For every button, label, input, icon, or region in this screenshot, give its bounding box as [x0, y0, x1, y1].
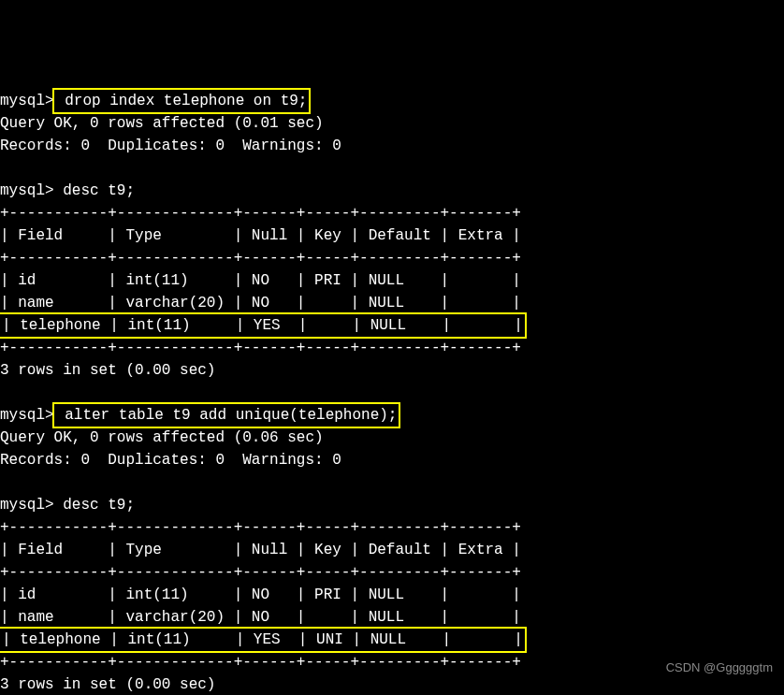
- table-row-telephone-uni: | telephone | int(11) | YES | UNI | NULL…: [0, 627, 527, 653]
- table-header: | Field | Type | Null | Key | Default | …: [0, 227, 521, 244]
- records-result: Records: 0 Duplicates: 0 Warnings: 0: [0, 138, 341, 154]
- table-row: | id | int(11) | NO | PRI | NULL | |: [0, 272, 521, 289]
- command-desc: desc t9;: [54, 497, 135, 514]
- rows-result: 3 rows in set (0.00 sec): [0, 362, 215, 379]
- query-result: Query OK, 0 rows affected (0.01 sec): [0, 115, 324, 132]
- prompt: mysql>: [0, 497, 54, 514]
- table-border: +-----------+-------------+------+-----+…: [0, 250, 521, 267]
- table-border: +-----------+-------------+------+-----+…: [0, 564, 521, 581]
- prompt: mysql>: [0, 407, 54, 424]
- command-drop-index: drop index telephone on t9;: [52, 88, 312, 114]
- table-row: | name | varchar(20) | NO | | NULL | |: [0, 609, 521, 626]
- command-alter-table: alter table t9 add unique(telephone);: [52, 402, 401, 428]
- table-row: | id | int(11) | NO | PRI | NULL | |: [0, 586, 521, 603]
- prompt: mysql>: [0, 182, 54, 199]
- table-border: +-----------+-------------+------+-----+…: [0, 519, 521, 536]
- query-result: Query OK, 0 rows affected (0.06 sec): [0, 429, 324, 446]
- table-border: +-----------+-------------+------+-----+…: [0, 205, 521, 222]
- table-border: +-----------+-------------+------+-----+…: [0, 340, 521, 356]
- command-desc: desc t9;: [54, 182, 135, 199]
- records-result: Records: 0 Duplicates: 0 Warnings: 0: [0, 452, 341, 469]
- table-header: | Field | Type | Null | Key | Default | …: [0, 542, 521, 558]
- rows-result: 3 rows in set (0.00 sec): [0, 676, 215, 693]
- table-row-telephone: | telephone | int(11) | YES | | NULL | |: [0, 312, 527, 339]
- watermark: CSDN @Ggggggtm: [666, 659, 773, 677]
- table-border: +-----------+-------------+------+-----+…: [0, 654, 521, 671]
- table-row: | name | varchar(20) | NO | | NULL | |: [0, 295, 521, 311]
- prompt: mysql>: [0, 93, 54, 109]
